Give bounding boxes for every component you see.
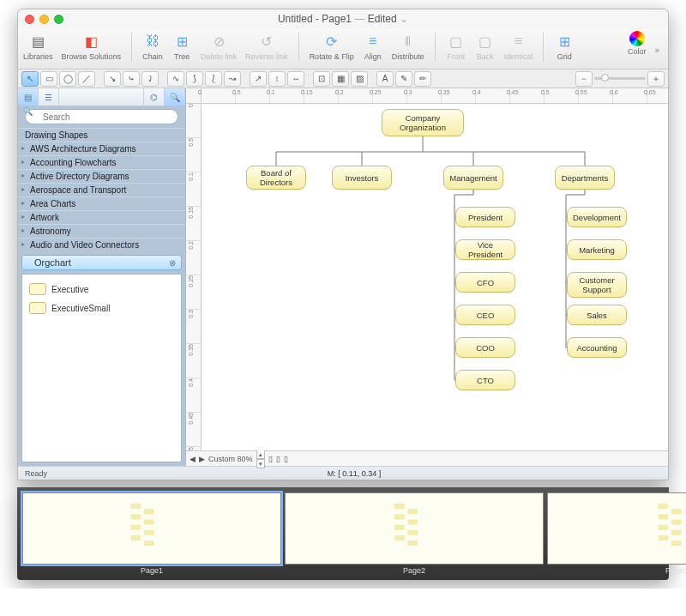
rect-tool[interactable]: ▭ xyxy=(40,71,57,87)
zoom-button[interactable] xyxy=(54,15,63,24)
org-node[interactable]: CompanyOrganization xyxy=(382,109,464,136)
color-button[interactable]: Color xyxy=(628,31,647,56)
reverse-link-button[interactable]: ↺Reverse link xyxy=(245,31,288,61)
page-thumbnail[interactable]: Page3 xyxy=(547,492,686,575)
smart-tool-1[interactable]: ∿ xyxy=(167,71,184,87)
org-node[interactable]: Management xyxy=(443,166,503,190)
category-item[interactable]: AWS Architecture Diagrams xyxy=(18,142,185,155)
org-node[interactable]: COO xyxy=(455,337,515,358)
canvas[interactable]: CompanyOrganizationBoard ofDirectorsInve… xyxy=(202,104,668,450)
distribute-button[interactable]: ⫴Distribute xyxy=(392,31,424,61)
org-node[interactable]: CTO xyxy=(455,370,515,390)
page-thumbnail[interactable]: Page1 xyxy=(22,492,281,575)
arrow-tool-3[interactable]: ↔ xyxy=(287,71,304,87)
category-item[interactable]: Audio and Video Connectors xyxy=(18,238,185,251)
smart-tool-2[interactable]: ⟆ xyxy=(186,71,203,87)
back-button[interactable]: ▢Back xyxy=(475,31,496,61)
org-node[interactable]: Accounting xyxy=(567,337,627,358)
pen-tool[interactable]: ✏ xyxy=(414,71,431,87)
status-bar: Ready M: [ 0.11, 0.34 ] xyxy=(18,466,668,480)
sidebar-tab-search-icon[interactable]: 🔍 xyxy=(165,88,185,106)
connector-tool-1[interactable]: ↘ xyxy=(104,71,121,87)
smart-tool-3[interactable]: ⟅ xyxy=(205,71,222,87)
search-input[interactable] xyxy=(25,109,178,124)
category-item[interactable]: Astronomy xyxy=(18,224,185,238)
close-button[interactable] xyxy=(25,15,34,24)
org-node[interactable]: Marketing xyxy=(567,239,627,260)
prev-page-icon[interactable]: ◀ xyxy=(190,455,196,463)
sidebar: ▤ ☰ ⌬ 🔍 Drawing Shapes AWS Architecture … xyxy=(18,88,186,466)
main-toolbar: ▤Libraries ◧Browse Solutions ⛓Chain ⊞Tre… xyxy=(18,28,668,69)
org-node[interactable]: President xyxy=(455,207,515,227)
status-coordinates: M: [ 0.11, 0.34 ] xyxy=(47,469,661,478)
libraries-button[interactable]: ▤Libraries xyxy=(23,31,53,61)
close-library-icon[interactable]: ⊗ xyxy=(169,258,176,268)
smart-tool-4[interactable]: ↝ xyxy=(224,71,241,87)
pointer-tool[interactable]: ↖ xyxy=(21,71,39,87)
shape-palette: ExecutiveExecutiveSmall xyxy=(21,274,182,462)
eyedropper-tool[interactable]: ✎ xyxy=(395,71,412,87)
text-tool[interactable]: A xyxy=(376,71,394,87)
arrow-tool-2[interactable]: ↕ xyxy=(268,71,286,87)
org-node[interactable]: Development xyxy=(567,207,627,227)
org-node[interactable]: CustomerSupport xyxy=(567,272,627,298)
shape-swatch-icon xyxy=(29,283,46,295)
org-node[interactable]: Vice President xyxy=(455,239,515,260)
connector-tool-3[interactable]: ⤸ xyxy=(141,71,159,87)
grid-button[interactable]: ⊞Grid xyxy=(554,31,575,61)
category-item[interactable]: Aerospace and Transport xyxy=(18,183,185,196)
view-mode-1-icon[interactable]: ▯ xyxy=(268,455,273,463)
org-node[interactable]: CEO xyxy=(455,305,515,325)
group-tool-3[interactable]: ▨ xyxy=(351,71,368,87)
app-window: Untitled - Page1 — Edited ⌄ ▤Libraries ◧… xyxy=(17,9,669,480)
zoom-step-down[interactable]: ▾ xyxy=(256,459,265,468)
ellipse-tool[interactable]: ◯ xyxy=(59,71,76,87)
overflow-chevron-icon[interactable]: » xyxy=(654,45,663,55)
view-mode-3-icon[interactable]: ▯ xyxy=(284,455,288,463)
sidebar-tab-libraries-icon[interactable]: ▤ xyxy=(18,88,39,106)
vertical-ruler: 00.50.10.150.20.250.30.350.40.450.5 xyxy=(186,104,202,450)
line-tool[interactable]: ／ xyxy=(78,71,95,87)
zoom-in-button[interactable]: ＋ xyxy=(647,71,665,87)
category-item[interactable]: Accounting Flowcharts xyxy=(18,155,185,169)
page-thumbnail[interactable]: Page2 xyxy=(285,492,544,575)
arrow-tool-1[interactable]: ↗ xyxy=(250,71,267,87)
sidebar-tab-list-icon[interactable]: ☰ xyxy=(39,88,59,106)
window-title: Untitled - Page1 — Edited ⌄ xyxy=(18,13,668,25)
next-page-icon[interactable]: ▶ xyxy=(199,455,205,463)
window-controls xyxy=(25,15,63,24)
category-item[interactable]: Active Directory Diagrams xyxy=(18,169,185,183)
minimize-button[interactable] xyxy=(39,15,49,24)
align-button[interactable]: ≡Align xyxy=(363,31,383,61)
front-button[interactable]: ▢Front xyxy=(446,31,466,61)
group-tool-1[interactable]: ⊡ xyxy=(313,71,330,87)
toolstrip: ↖ ▭ ◯ ／ ↘ ⤷ ⤸ ∿ ⟆ ⟅ ↝ ↗ ↕ ↔ ⊡ ▦ ▨ A ✎ ✏ … xyxy=(18,69,668,88)
zoom-slider[interactable] xyxy=(594,77,646,80)
chain-button[interactable]: ⛓Chain xyxy=(142,31,163,61)
horizontal-ruler: 00.50.10.150.20.250.30.350.40.450.50.550… xyxy=(202,88,668,104)
shape-item[interactable]: Executive xyxy=(27,280,176,299)
zoom-out-button[interactable]: － xyxy=(575,71,593,87)
selected-library[interactable]: Orgchart ⊗ xyxy=(21,255,182,270)
status-ready: Ready xyxy=(25,469,47,478)
rotate-flip-button[interactable]: ⟳Rotate & Flip xyxy=(310,31,354,61)
org-node[interactable]: CFO xyxy=(455,272,515,293)
category-item[interactable]: Artwork xyxy=(18,210,185,224)
zoom-step-up[interactable]: ▴ xyxy=(256,450,265,459)
canvas-area: 00.50.10.150.20.250.30.350.40.450.50.550… xyxy=(186,88,668,466)
sidebar-tab-tree-icon[interactable]: ⌬ xyxy=(144,88,165,106)
browse-solutions-button[interactable]: ◧Browse Solutions xyxy=(62,31,122,61)
identical-button[interactable]: ≡Identical xyxy=(504,31,533,61)
org-node[interactable]: Investors xyxy=(332,166,392,190)
tree-button[interactable]: ⊞Tree xyxy=(172,31,192,61)
view-mode-2-icon[interactable]: ▯ xyxy=(276,455,280,463)
org-node[interactable]: Board ofDirectors xyxy=(246,166,306,190)
sidebar-tab-spacer xyxy=(59,88,144,106)
shape-item[interactable]: ExecutiveSmall xyxy=(27,299,176,317)
delete-link-button[interactable]: ⊘Delete link xyxy=(201,31,237,61)
group-tool-2[interactable]: ▦ xyxy=(332,71,349,87)
category-item[interactable]: Area Charts xyxy=(18,196,185,210)
connector-tool-2[interactable]: ⤷ xyxy=(123,71,140,87)
org-node[interactable]: Sales xyxy=(567,305,627,325)
org-node[interactable]: Departments xyxy=(555,166,615,190)
